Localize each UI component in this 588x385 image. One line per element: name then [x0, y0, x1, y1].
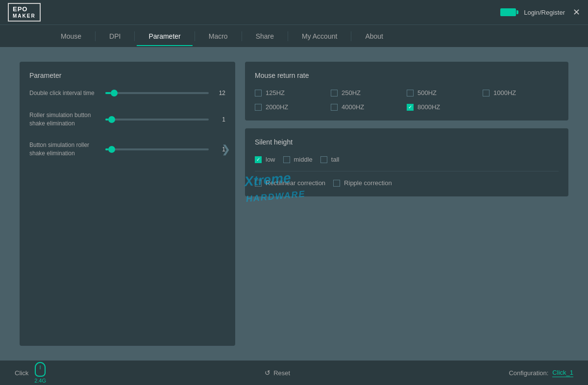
parameter-panel-title: Parameter [29, 72, 225, 79]
slider-row-roller-sim: Roller simulation button shake eliminati… [29, 111, 225, 128]
rate-500hz: 500HZ [407, 89, 483, 96]
rate-8000hz-label: 8000HZ [417, 103, 440, 111]
title-bar: EPOMAKER Login/Register ✕ [0, 0, 588, 24]
rate-500hz-label: 500HZ [417, 89, 437, 96]
silent-low: low [255, 156, 275, 163]
slider-thumb-2[interactable] [108, 116, 115, 123]
rate-125hz-checkbox[interactable] [255, 90, 262, 96]
nav-divider-3 [195, 31, 195, 41]
bottom-left: Click 2.4G [15, 362, 46, 384]
rate-4000hz-label: 4000HZ [342, 103, 364, 111]
slider-double-click[interactable] [105, 92, 209, 94]
ripple-label: Ripple correction [344, 179, 392, 187]
login-register-link[interactable]: Login/Register [524, 9, 565, 16]
slider-thumb-3[interactable] [108, 146, 115, 153]
rate-2000hz: 2000HZ [255, 103, 331, 111]
rectilinear-label: Rectilinear correction [266, 179, 325, 187]
slider-track-3 [105, 148, 209, 150]
chevron-right-icon[interactable]: ❯ [221, 143, 230, 156]
silent-tall-label: tall [331, 156, 340, 163]
nav-item-dpi[interactable]: DPI [98, 26, 132, 46]
slider-value-2: 1 [214, 116, 225, 123]
silent-height-panel: Silent height low middle tall [245, 128, 568, 196]
slider-value-1: 12 [214, 90, 225, 96]
mouse-return-rate-title: Mouse return rate [255, 72, 559, 79]
rectilinear-checkbox[interactable] [255, 180, 262, 187]
nav-bar: Mouse DPI Parameter Macro Share My Accou… [0, 24, 588, 47]
silent-height-options: low middle tall [255, 156, 559, 163]
reset-button[interactable]: ↺ Reset [265, 369, 290, 377]
rate-2000hz-checkbox[interactable] [255, 104, 262, 111]
return-rate-grid: 125HZ 250HZ 500HZ 1000HZ 2000HZ [255, 89, 559, 111]
rate-250hz: 250HZ [331, 89, 407, 96]
nav-item-share[interactable]: Share [244, 26, 286, 46]
silent-divider [255, 171, 559, 171]
rate-8000hz: 8000HZ [407, 103, 483, 111]
silent-low-label: low [266, 156, 275, 163]
silent-middle-label: middle [294, 156, 313, 163]
close-button[interactable]: ✕ [573, 7, 580, 18]
silent-middle: middle [283, 156, 313, 163]
nav-item-mouse[interactable]: Mouse [49, 26, 93, 46]
ripple-checkbox[interactable] [333, 180, 340, 187]
config-label: Configuration: [509, 369, 548, 377]
bottom-center: ↺ Reset [265, 369, 290, 377]
reset-label: Reset [273, 369, 290, 377]
left-panel: Parameter Double click interval time 12 … [20, 62, 235, 346]
slider-roller-sim[interactable] [105, 119, 209, 120]
rate-4000hz-checkbox[interactable] [331, 104, 338, 111]
rate-250hz-checkbox[interactable] [331, 90, 338, 96]
nav-divider-5 [288, 31, 288, 41]
correction-options: Rectilinear correction Ripple correction [255, 179, 559, 187]
rate-8000hz-checkbox[interactable] [407, 104, 414, 111]
silent-height-title: Silent height [255, 138, 559, 146]
silent-tall: tall [320, 156, 340, 163]
silent-tall-checkbox[interactable] [320, 156, 327, 163]
slider-thumb-1[interactable] [111, 90, 118, 96]
mouse-return-rate-panel: Mouse return rate 125HZ 250HZ 500HZ 1 [245, 62, 568, 120]
nav-divider-4 [242, 31, 242, 41]
reset-icon: ↺ [265, 369, 270, 377]
rate-250hz-label: 250HZ [342, 89, 361, 96]
ripple-correction: Ripple correction [333, 179, 392, 187]
rate-500hz-checkbox[interactable] [407, 90, 414, 96]
nav-item-about[interactable]: About [353, 26, 395, 46]
rate-1000hz-label: 1000HZ [493, 89, 516, 96]
rate-125hz: 125HZ [255, 89, 331, 96]
slider-track-2 [105, 119, 209, 120]
right-panels: Mouse return rate 125HZ 250HZ 500HZ 1 [245, 62, 568, 346]
config-value: Click_1 [552, 369, 573, 377]
rate-125hz-label: 125HZ [266, 89, 285, 96]
rate-4000hz: 4000HZ [331, 103, 407, 111]
nav-item-macro[interactable]: Macro [197, 26, 240, 46]
slider-row-button-sim: Button simulation roller shake eliminati… [29, 141, 225, 158]
nav-divider [95, 31, 96, 41]
nav-divider-6 [351, 31, 351, 41]
slider-label-roller-sim: Roller simulation button shake eliminati… [29, 111, 100, 128]
mouse-connection-label: 2.4G [34, 378, 46, 384]
nav-divider-2 [134, 31, 135, 41]
title-bar-right: Login/Register ✕ [500, 7, 580, 18]
bottom-bar: Click 2.4G ↺ Reset Configuration: Click_… [0, 361, 588, 385]
nav-item-parameter[interactable]: Parameter [137, 26, 192, 46]
rate-2000hz-label: 2000HZ [266, 103, 288, 111]
logo: EPOMAKER [8, 3, 41, 21]
slider-label-double-click: Double click interval time [29, 89, 100, 97]
slider-track-1 [105, 92, 209, 94]
slider-fill-1 [105, 92, 111, 94]
nav-item-my-account[interactable]: My Account [290, 26, 349, 46]
silent-low-checkbox[interactable] [255, 156, 262, 163]
slider-button-sim[interactable] [105, 148, 209, 150]
slider-row-double-click: Double click interval time 12 [29, 89, 225, 97]
rectilinear-correction: Rectilinear correction [255, 179, 325, 187]
bottom-right: Configuration: Click_1 [509, 369, 573, 377]
mouse-body-icon [35, 362, 46, 377]
rate-1000hz: 1000HZ [483, 89, 559, 96]
rate-1000hz-checkbox[interactable] [483, 90, 490, 96]
battery-icon [500, 8, 516, 16]
silent-middle-checkbox[interactable] [283, 156, 290, 163]
click-label: Click [15, 369, 28, 377]
main-content: Parameter Double click interval time 12 … [0, 47, 588, 361]
slider-label-button-sim: Button simulation roller shake eliminati… [29, 141, 100, 158]
mouse-icon-container: 2.4G [34, 362, 46, 384]
